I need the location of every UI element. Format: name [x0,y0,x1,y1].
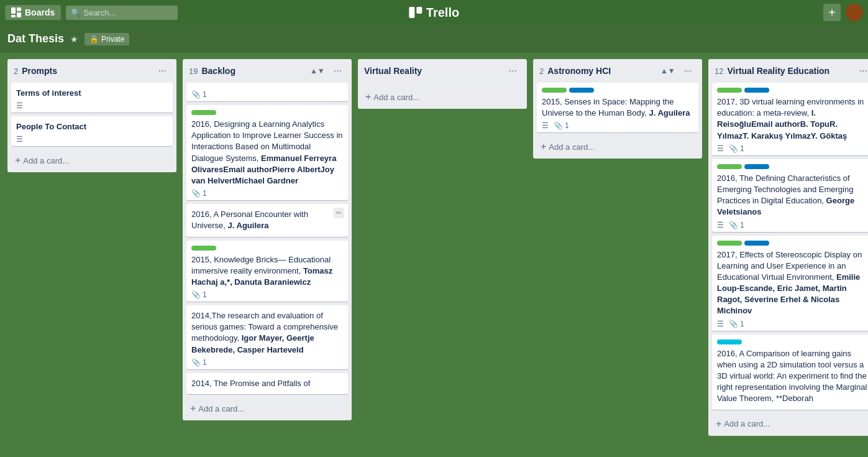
attachment-icon: 📎 [191,358,201,367]
attachment-count-a1: 1 [565,121,569,130]
list-header-left-backlog: 19Backlog [189,66,235,76]
card-attachment-meta-vr2: 📎 1 [729,221,744,229]
card-attachment-meta-b1: 📎 1 [191,189,207,198]
card-text-b3: 2015, Knowledge Bricks— Educational imme… [191,254,343,289]
card-vr4[interactable]: 2016, A Comparison of learning gains whe… [712,335,868,410]
avatar[interactable] [846,4,863,21]
card-desc-meta-p1: ☰ [16,101,23,110]
card-text-vr1: 2017, 3D virtual learning environments i… [717,96,868,142]
attachment-count-vr2: 1 [740,221,744,229]
label-green [717,88,742,93]
card-p2[interactable]: People To Contact☰ [11,116,173,146]
card-footer-b0: 📎 1 [191,90,343,99]
list-title-astronomy-hci: Astronomy HCI [547,66,611,76]
card-vr1[interactable]: 2017, 3D virtual learning environments i… [712,83,868,155]
attachment-icon: 📎 [729,221,738,229]
card-p1[interactable]: Terms of interest ☰ [11,83,173,113]
card-b0[interactable]: 📎 1 [186,83,348,101]
search-box[interactable]: 🔍 [66,6,178,20]
add-card-button-astronomy-hci[interactable]: + Add a card... [536,137,705,156]
card-desc-meta-vr1: ☰ [717,144,724,153]
card-labels-b3 [191,246,343,251]
list-header-backlog: 19Backlog▲▼··· [183,59,352,83]
attachment-count-b1: 1 [203,189,207,198]
list-cards-virtual-reality [358,83,527,86]
card-text-vr3: 2017, Effects of Stereoscopic Display on… [717,249,868,317]
card-footer-b3: 📎 1 [191,290,343,299]
card-attachment-meta-a1: 📎 1 [554,121,569,130]
list-cards-vr-education: 2017, 3D virtual learning environments i… [708,83,868,413]
board-content: 2Prompts···Terms of interest ☰People To … [0,53,868,457]
card-footer-p2: ☰ [16,135,168,144]
card-b2[interactable]: 2016, A Personal Encounter with Universe… [186,204,348,236]
search-input[interactable] [83,8,170,17]
list-cards-prompts: Terms of interest ☰People To Contact☰ [7,83,176,150]
sort-button-backlog[interactable]: ▲▼ [308,65,327,76]
card-a1[interactable]: 2015, Senses in Space: Mapping the Unive… [537,83,698,132]
card-footer-b1: 📎 1 [191,189,343,198]
list-menu-button-backlog[interactable]: ··· [330,64,345,78]
add-card-label-virtual-reality: Add a card... [373,93,419,102]
plus-icon: + [15,155,21,166]
boards-button[interactable]: Boards [5,5,61,20]
list-header-left-virtual-reality: Virtual Reality [364,66,422,76]
card-attachment-meta-vr1: 📎 1 [729,144,744,153]
trello-logo: Trello [409,6,459,20]
attachment-icon: 📎 [729,320,738,328]
add-card-button-vr-education[interactable]: + Add a card... [711,415,868,433]
description-icon: ☰ [717,144,724,153]
add-card-button-prompts[interactable]: + Add a card... [10,151,179,170]
card-edit-icons-b2: ✏ [334,208,344,218]
label-teal [717,339,742,344]
attachment-icon: 📎 [191,290,201,299]
add-button[interactable]: + [823,4,841,21]
list-menu-button-prompts[interactable]: ··· [155,64,170,78]
list-count-backlog: 19 [189,67,198,76]
add-card-label-vr-education: Add a card... [724,419,770,428]
card-labels-a1 [542,88,693,93]
description-icon: ☰ [717,320,724,328]
card-vr3[interactable]: 2017, Effects of Stereoscopic Display on… [712,236,868,331]
list-menu-button-astronomy-hci[interactable]: ··· [680,64,696,78]
card-b3[interactable]: 2015, Knowledge Bricks— Educational imme… [186,241,348,302]
card-desc-meta-p2: ☰ [16,135,23,144]
label-green [191,110,216,115]
lock-icon: 🔒 [89,35,99,44]
add-card-button-virtual-reality[interactable]: + Add a card... [360,88,529,106]
card-labels-vr3 [717,241,868,246]
nav-right: + [823,4,863,21]
list-header-prompts: 2Prompts··· [7,59,176,83]
card-attachment-meta-vr3: 📎 1 [729,320,744,328]
list-cards-backlog: 📎 12016, Designing a Learning Analytics … [183,83,352,398]
svg-rect-2 [11,15,16,17]
list-menu-button-vr-education[interactable]: ··· [856,64,868,78]
attachment-count-b0: 1 [203,90,207,99]
star-icon[interactable]: ★ [70,34,78,44]
attachment-icon: 📎 [191,189,201,198]
add-card-button-backlog[interactable]: + Add a card... [185,399,354,418]
card-text-p1: Terms of interest [16,88,168,99]
card-vr2[interactable]: 2016, The Defining Characteristics of Em… [712,159,868,232]
card-footer-p1: ☰ [16,101,168,110]
list-menu-button-virtual-reality[interactable]: ··· [505,64,521,78]
sort-button-astronomy-hci[interactable]: ▲▼ [658,65,678,76]
list-count-astronomy-hci: 2 [539,67,544,76]
card-labels-vr1 [717,88,868,93]
label-blue [744,241,769,246]
search-icon: 🔍 [71,8,81,17]
attachment-icon: 📎 [729,144,738,153]
card-b5[interactable]: 2014, The Promise and Pitfalls of [186,373,348,394]
card-attachment-meta-b0: 📎 1 [191,90,207,99]
card-text-b2: 2016, A Personal Encounter with Universe… [191,209,343,231]
card-b4[interactable]: 2014,The research and evaluation of seri… [186,305,348,369]
list-count-prompts: 2 [14,67,18,76]
edit-button-b2[interactable]: ✏ [334,208,344,218]
list-cards-astronomy-hci: 2015, Senses in Space: Mapping the Unive… [533,83,702,136]
card-text-vr2: 2016, The Defining Characteristics of Em… [717,173,868,218]
privacy-badge[interactable]: 🔒 Private [85,33,129,45]
list-title-vr-education: Virtual Reality Education [727,66,829,76]
card-desc-meta-a1: ☰ [542,121,549,130]
card-b1[interactable]: 2016, Designing a Learning Analytics App… [186,105,348,200]
description-icon: ☰ [542,121,549,130]
add-card-label-prompts: Add a card... [23,156,69,165]
